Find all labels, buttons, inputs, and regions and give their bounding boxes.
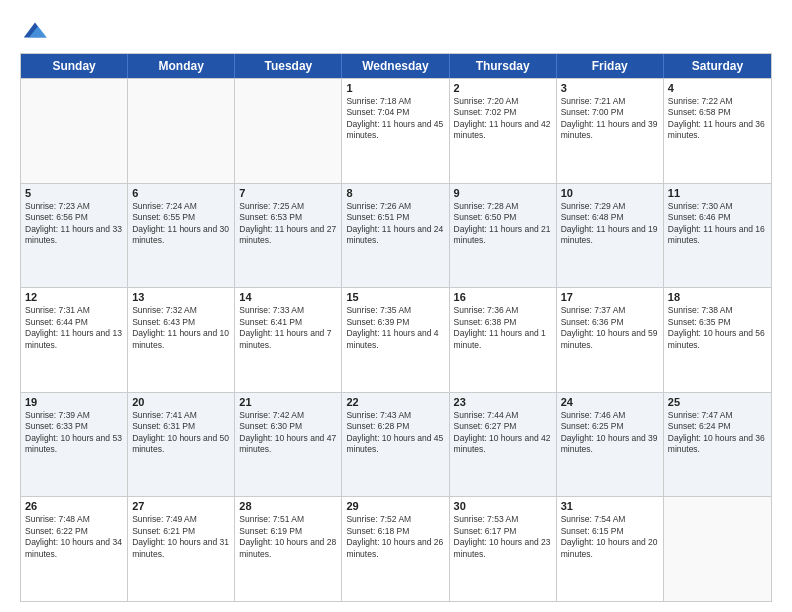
day-info: Sunrise: 7:42 AM Sunset: 6:30 PM Dayligh…: [239, 410, 337, 456]
calendar-page: SundayMondayTuesdayWednesdayThursdayFrid…: [0, 0, 792, 612]
day-info: Sunrise: 7:52 AM Sunset: 6:18 PM Dayligh…: [346, 514, 444, 560]
day-info: Sunrise: 7:20 AM Sunset: 7:02 PM Dayligh…: [454, 96, 552, 142]
calendar-cell: [128, 79, 235, 183]
day-number: 2: [454, 82, 552, 94]
calendar-cell: 27Sunrise: 7:49 AM Sunset: 6:21 PM Dayli…: [128, 497, 235, 601]
calendar-cell: 19Sunrise: 7:39 AM Sunset: 6:33 PM Dayli…: [21, 393, 128, 497]
calendar-cell: 22Sunrise: 7:43 AM Sunset: 6:28 PM Dayli…: [342, 393, 449, 497]
day-info: Sunrise: 7:24 AM Sunset: 6:55 PM Dayligh…: [132, 201, 230, 247]
day-number: 12: [25, 291, 123, 303]
day-number: 19: [25, 396, 123, 408]
day-info: Sunrise: 7:37 AM Sunset: 6:36 PM Dayligh…: [561, 305, 659, 351]
day-info: Sunrise: 7:29 AM Sunset: 6:48 PM Dayligh…: [561, 201, 659, 247]
day-info: Sunrise: 7:28 AM Sunset: 6:50 PM Dayligh…: [454, 201, 552, 247]
day-number: 22: [346, 396, 444, 408]
calendar-cell: 16Sunrise: 7:36 AM Sunset: 6:38 PM Dayli…: [450, 288, 557, 392]
day-number: 24: [561, 396, 659, 408]
calendar-cell: [235, 79, 342, 183]
day-number: 9: [454, 187, 552, 199]
calendar-cell: 8Sunrise: 7:26 AM Sunset: 6:51 PM Daylig…: [342, 184, 449, 288]
day-info: Sunrise: 7:47 AM Sunset: 6:24 PM Dayligh…: [668, 410, 767, 456]
day-number: 21: [239, 396, 337, 408]
day-number: 13: [132, 291, 230, 303]
header-day-tuesday: Tuesday: [235, 54, 342, 78]
calendar-week-2: 5Sunrise: 7:23 AM Sunset: 6:56 PM Daylig…: [21, 183, 771, 288]
calendar-cell: 28Sunrise: 7:51 AM Sunset: 6:19 PM Dayli…: [235, 497, 342, 601]
day-number: 27: [132, 500, 230, 512]
logo: [20, 15, 54, 45]
calendar-cell: 6Sunrise: 7:24 AM Sunset: 6:55 PM Daylig…: [128, 184, 235, 288]
header-day-sunday: Sunday: [21, 54, 128, 78]
day-number: 14: [239, 291, 337, 303]
day-number: 6: [132, 187, 230, 199]
calendar: SundayMondayTuesdayWednesdayThursdayFrid…: [20, 53, 772, 602]
day-number: 8: [346, 187, 444, 199]
day-info: Sunrise: 7:32 AM Sunset: 6:43 PM Dayligh…: [132, 305, 230, 351]
day-info: Sunrise: 7:22 AM Sunset: 6:58 PM Dayligh…: [668, 96, 767, 142]
day-info: Sunrise: 7:46 AM Sunset: 6:25 PM Dayligh…: [561, 410, 659, 456]
day-info: Sunrise: 7:38 AM Sunset: 6:35 PM Dayligh…: [668, 305, 767, 351]
day-info: Sunrise: 7:49 AM Sunset: 6:21 PM Dayligh…: [132, 514, 230, 560]
day-info: Sunrise: 7:48 AM Sunset: 6:22 PM Dayligh…: [25, 514, 123, 560]
calendar-cell: 5Sunrise: 7:23 AM Sunset: 6:56 PM Daylig…: [21, 184, 128, 288]
day-number: 7: [239, 187, 337, 199]
calendar-cell: 24Sunrise: 7:46 AM Sunset: 6:25 PM Dayli…: [557, 393, 664, 497]
day-number: 28: [239, 500, 337, 512]
calendar-cell: 1Sunrise: 7:18 AM Sunset: 7:04 PM Daylig…: [342, 79, 449, 183]
day-info: Sunrise: 7:31 AM Sunset: 6:44 PM Dayligh…: [25, 305, 123, 351]
calendar-cell: [664, 497, 771, 601]
day-number: 26: [25, 500, 123, 512]
day-info: Sunrise: 7:36 AM Sunset: 6:38 PM Dayligh…: [454, 305, 552, 351]
header: [20, 15, 772, 45]
calendar-cell: 23Sunrise: 7:44 AM Sunset: 6:27 PM Dayli…: [450, 393, 557, 497]
day-number: 3: [561, 82, 659, 94]
day-number: 18: [668, 291, 767, 303]
day-info: Sunrise: 7:30 AM Sunset: 6:46 PM Dayligh…: [668, 201, 767, 247]
day-info: Sunrise: 7:54 AM Sunset: 6:15 PM Dayligh…: [561, 514, 659, 560]
calendar-cell: 31Sunrise: 7:54 AM Sunset: 6:15 PM Dayli…: [557, 497, 664, 601]
day-number: 23: [454, 396, 552, 408]
day-info: Sunrise: 7:23 AM Sunset: 6:56 PM Dayligh…: [25, 201, 123, 247]
calendar-cell: 13Sunrise: 7:32 AM Sunset: 6:43 PM Dayli…: [128, 288, 235, 392]
day-info: Sunrise: 7:44 AM Sunset: 6:27 PM Dayligh…: [454, 410, 552, 456]
header-day-saturday: Saturday: [664, 54, 771, 78]
day-number: 1: [346, 82, 444, 94]
calendar-cell: 18Sunrise: 7:38 AM Sunset: 6:35 PM Dayli…: [664, 288, 771, 392]
header-day-monday: Monday: [128, 54, 235, 78]
calendar-cell: 12Sunrise: 7:31 AM Sunset: 6:44 PM Dayli…: [21, 288, 128, 392]
day-number: 15: [346, 291, 444, 303]
header-day-friday: Friday: [557, 54, 664, 78]
header-day-thursday: Thursday: [450, 54, 557, 78]
calendar-week-3: 12Sunrise: 7:31 AM Sunset: 6:44 PM Dayli…: [21, 287, 771, 392]
calendar-week-1: 1Sunrise: 7:18 AM Sunset: 7:04 PM Daylig…: [21, 78, 771, 183]
calendar-cell: 20Sunrise: 7:41 AM Sunset: 6:31 PM Dayli…: [128, 393, 235, 497]
calendar-cell: [21, 79, 128, 183]
calendar-week-4: 19Sunrise: 7:39 AM Sunset: 6:33 PM Dayli…: [21, 392, 771, 497]
day-number: 29: [346, 500, 444, 512]
day-info: Sunrise: 7:39 AM Sunset: 6:33 PM Dayligh…: [25, 410, 123, 456]
calendar-header-row: SundayMondayTuesdayWednesdayThursdayFrid…: [21, 54, 771, 78]
day-info: Sunrise: 7:51 AM Sunset: 6:19 PM Dayligh…: [239, 514, 337, 560]
calendar-cell: 29Sunrise: 7:52 AM Sunset: 6:18 PM Dayli…: [342, 497, 449, 601]
day-info: Sunrise: 7:43 AM Sunset: 6:28 PM Dayligh…: [346, 410, 444, 456]
day-info: Sunrise: 7:18 AM Sunset: 7:04 PM Dayligh…: [346, 96, 444, 142]
header-day-wednesday: Wednesday: [342, 54, 449, 78]
calendar-cell: 7Sunrise: 7:25 AM Sunset: 6:53 PM Daylig…: [235, 184, 342, 288]
calendar-cell: 30Sunrise: 7:53 AM Sunset: 6:17 PM Dayli…: [450, 497, 557, 601]
day-info: Sunrise: 7:26 AM Sunset: 6:51 PM Dayligh…: [346, 201, 444, 247]
calendar-cell: 10Sunrise: 7:29 AM Sunset: 6:48 PM Dayli…: [557, 184, 664, 288]
day-info: Sunrise: 7:35 AM Sunset: 6:39 PM Dayligh…: [346, 305, 444, 351]
calendar-cell: 11Sunrise: 7:30 AM Sunset: 6:46 PM Dayli…: [664, 184, 771, 288]
day-number: 5: [25, 187, 123, 199]
day-number: 10: [561, 187, 659, 199]
calendar-week-5: 26Sunrise: 7:48 AM Sunset: 6:22 PM Dayli…: [21, 496, 771, 601]
calendar-cell: 15Sunrise: 7:35 AM Sunset: 6:39 PM Dayli…: [342, 288, 449, 392]
day-info: Sunrise: 7:21 AM Sunset: 7:00 PM Dayligh…: [561, 96, 659, 142]
calendar-cell: 4Sunrise: 7:22 AM Sunset: 6:58 PM Daylig…: [664, 79, 771, 183]
day-info: Sunrise: 7:33 AM Sunset: 6:41 PM Dayligh…: [239, 305, 337, 351]
day-number: 25: [668, 396, 767, 408]
day-number: 4: [668, 82, 767, 94]
day-number: 16: [454, 291, 552, 303]
logo-icon: [20, 15, 50, 45]
day-number: 17: [561, 291, 659, 303]
